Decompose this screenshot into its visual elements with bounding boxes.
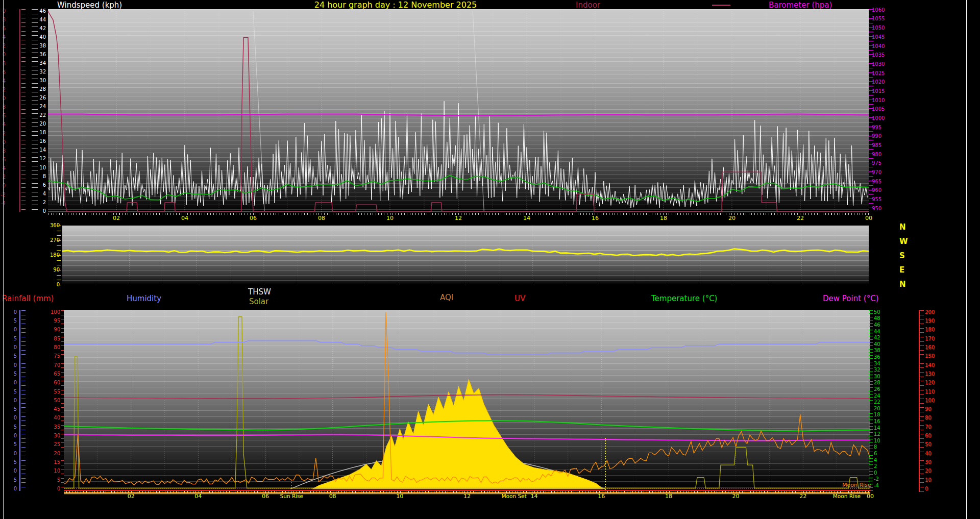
axis-label: 965 bbox=[872, 179, 892, 185]
axis-label: 120 bbox=[925, 380, 942, 386]
axis-label: 42 bbox=[874, 335, 889, 341]
axis-label: 100 bbox=[925, 398, 942, 404]
axis-label: 5 bbox=[12, 371, 17, 377]
axis-label: 1050 bbox=[872, 25, 892, 31]
axis-label: -2 bbox=[874, 476, 889, 482]
axis-label: 30 bbox=[874, 374, 889, 380]
axis-label: 16 bbox=[874, 418, 889, 425]
axis-label: 970 bbox=[872, 169, 892, 176]
axis-label: 32 bbox=[874, 367, 889, 373]
axis-label: 975 bbox=[872, 160, 892, 166]
bottom-hour-label: 02 bbox=[128, 493, 135, 500]
series-label-thsw: THSW bbox=[248, 287, 271, 296]
moon-rise-plot-label: Moon Rise bbox=[842, 482, 871, 488]
axis-label: 20 bbox=[874, 406, 889, 412]
axis-label: 0 bbox=[12, 398, 17, 404]
axis-label: 1040 bbox=[872, 43, 892, 50]
axis-label: 48 bbox=[874, 315, 889, 322]
axis-label: 0 bbox=[12, 309, 17, 315]
bottom-hour-label: 20 bbox=[732, 493, 740, 500]
moon-set-label: Moon Set bbox=[502, 493, 527, 499]
axis-label: 130 bbox=[925, 371, 942, 377]
top-hour-label: 20 bbox=[728, 215, 736, 221]
axis-label: 20 bbox=[47, 451, 60, 457]
axis-label: 0 bbox=[12, 468, 17, 474]
axis-label: 10 bbox=[47, 468, 60, 474]
axis-label: 0 bbox=[12, 380, 17, 386]
bottom-hour-label: 18 bbox=[665, 493, 672, 500]
axis-label: 0 bbox=[12, 344, 17, 351]
bottom-xaxis-ticks bbox=[64, 491, 870, 493]
top-hour-label: 22 bbox=[797, 215, 804, 221]
axis-label: 75 bbox=[47, 353, 60, 359]
axis-label: 0 bbox=[12, 433, 17, 439]
top-hour-label: 00 bbox=[865, 215, 872, 221]
multi-series-plot bbox=[64, 310, 870, 491]
top-hour-label: 06 bbox=[250, 215, 257, 221]
axis-label: 30 bbox=[925, 459, 942, 465]
axis-label: 5 bbox=[12, 406, 17, 412]
top-hour-label: 16 bbox=[592, 215, 599, 221]
barometer-axis-ticks bbox=[869, 9, 873, 212]
rain-blue-axis-line bbox=[19, 310, 20, 491]
axis-label: 70 bbox=[925, 424, 942, 430]
axis-label: 1015 bbox=[872, 88, 892, 94]
axis-label: 0 bbox=[874, 470, 889, 476]
axis-label: 990 bbox=[872, 133, 892, 139]
series-label-uv: UV bbox=[514, 294, 525, 303]
axis-label: 85 bbox=[47, 336, 60, 342]
bottom-hour-label: 08 bbox=[329, 493, 336, 500]
axis-label: 45 bbox=[47, 406, 60, 412]
axis-label: 40 bbox=[925, 451, 942, 457]
axis-label: 1025 bbox=[872, 70, 892, 77]
windspeed-barometer-plot bbox=[48, 9, 869, 212]
blue-axis-ticks bbox=[21, 310, 26, 491]
axis-label: 8 bbox=[874, 444, 889, 450]
axis-label: 955 bbox=[872, 196, 892, 203]
sun-rise-label: Sun Rise bbox=[280, 493, 303, 499]
top-hour-label: 02 bbox=[113, 215, 120, 221]
far-right-red-ticks bbox=[920, 310, 924, 492]
red-pct-axis-ticks bbox=[61, 310, 64, 491]
axis-label: 5 bbox=[12, 353, 17, 359]
series-label-humidity: Humidity bbox=[127, 294, 161, 303]
axis-label: 40 bbox=[47, 415, 60, 421]
axis-label: 5 bbox=[12, 441, 17, 448]
bottom-hour-label: 16 bbox=[598, 493, 605, 500]
axis-label: 50 bbox=[47, 398, 60, 404]
axis-label: 1035 bbox=[872, 52, 892, 58]
axis-label: 60 bbox=[925, 433, 942, 439]
axis-label: 5 bbox=[12, 459, 17, 465]
axis-label: 200 bbox=[925, 309, 942, 315]
top-hour-label: 10 bbox=[386, 215, 394, 221]
axis-label: 1045 bbox=[872, 34, 892, 40]
axis-label: 10 bbox=[925, 477, 942, 483]
axis-label: 22 bbox=[874, 399, 889, 405]
axis-label: 110 bbox=[925, 389, 942, 395]
barometer-axis-title: Barometer (hpa) bbox=[769, 1, 832, 10]
axis-label: 1020 bbox=[872, 79, 892, 85]
axis-label: 36 bbox=[874, 354, 889, 360]
axis-label: 35 bbox=[47, 424, 60, 430]
right-border-line bbox=[966, 0, 967, 519]
axis-label: 14 bbox=[874, 425, 889, 431]
axis-label: 90 bbox=[47, 327, 60, 333]
compass-label: N bbox=[899, 280, 906, 289]
indoor-legend-label: Indoor bbox=[576, 1, 600, 10]
axis-label: 6 bbox=[874, 451, 889, 457]
axis-label: 90 bbox=[925, 406, 942, 412]
far-right-red-axis-line bbox=[919, 310, 920, 492]
compass-label: W bbox=[899, 237, 908, 246]
axis-label: 980 bbox=[872, 152, 892, 158]
axis-label: 18 bbox=[874, 412, 889, 418]
axis-label: 2 bbox=[874, 463, 889, 469]
top-hour-label: 18 bbox=[660, 215, 667, 221]
axis-label: 140 bbox=[925, 362, 942, 368]
axis-label: 100 bbox=[47, 309, 60, 315]
bottom-hour-label: 00 bbox=[867, 493, 874, 500]
axis-label: 5 bbox=[12, 424, 17, 430]
axis-label: 4 bbox=[874, 457, 889, 463]
left-border-line bbox=[3, 0, 4, 519]
axis-label: 960 bbox=[872, 187, 892, 193]
axis-label: 1005 bbox=[872, 106, 892, 112]
